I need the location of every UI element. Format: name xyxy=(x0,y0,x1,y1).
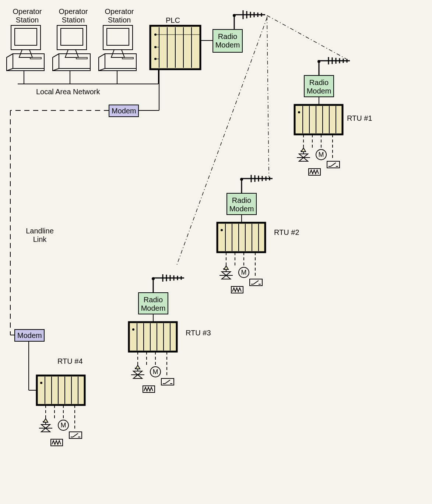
svg-marker-184 xyxy=(41,424,50,428)
landline-label: Landline Link xyxy=(23,227,56,244)
modem-bottom-label: Modem xyxy=(17,331,42,340)
operator-station-3 xyxy=(99,25,136,71)
modem-top-label: Modem xyxy=(112,107,136,115)
rtu1-radio-label: Radio Modem xyxy=(306,78,332,95)
rtu-3: M xyxy=(129,274,184,392)
svg-rect-17 xyxy=(107,28,129,45)
svg-point-100 xyxy=(240,178,243,181)
svg-marker-86 xyxy=(299,158,308,161)
svg-marker-158 xyxy=(133,375,142,378)
svg-point-80 xyxy=(298,111,300,113)
svg-line-6 xyxy=(7,54,13,57)
operator-station-1 xyxy=(7,25,44,71)
svg-marker-161 xyxy=(136,365,140,369)
svg-marker-186 xyxy=(43,419,48,422)
svg-point-37 xyxy=(154,58,157,60)
svg-point-152 xyxy=(132,328,134,331)
svg-marker-123 xyxy=(222,272,231,275)
svg-marker-183 xyxy=(41,428,50,432)
rtu-4: M xyxy=(37,376,85,446)
rtu3-label: RTU #3 xyxy=(186,329,211,337)
svg-marker-20 xyxy=(105,54,136,68)
svg-rect-1 xyxy=(15,28,37,45)
svg-line-54 xyxy=(267,15,346,59)
lan-label: Local Area Network xyxy=(36,88,100,96)
svg-line-131 xyxy=(253,281,259,284)
svg-rect-21 xyxy=(122,57,133,59)
svg-line-192 xyxy=(73,433,78,437)
rtu2-label: RTU #2 xyxy=(274,228,299,237)
valve-icon xyxy=(297,148,310,161)
svg-point-177 xyxy=(40,382,42,384)
svg-point-116 xyxy=(221,229,223,231)
plc-rack xyxy=(150,26,200,69)
svg-rect-5 xyxy=(30,57,41,59)
operator3-label: Operator Station xyxy=(101,7,138,24)
svg-line-14 xyxy=(53,54,59,57)
svg-point-64 xyxy=(317,60,320,63)
operator-station-2 xyxy=(53,25,90,71)
svg-marker-159 xyxy=(133,371,142,375)
svg-rect-145 xyxy=(129,322,177,352)
rtu4-label: RTU #4 xyxy=(57,357,83,366)
svg-text:M: M xyxy=(61,422,66,429)
svg-marker-4 xyxy=(13,54,44,68)
radio-modem-main-label: Radio Modem xyxy=(214,32,241,49)
svg-rect-0 xyxy=(11,25,41,50)
rtu1-label: RTU #1 xyxy=(347,114,372,123)
svg-line-55 xyxy=(267,17,269,177)
svg-marker-125 xyxy=(224,266,228,269)
rtu-2: M xyxy=(217,175,273,293)
svg-point-36 xyxy=(154,46,157,48)
svg-rect-109 xyxy=(217,223,265,252)
svg-rect-13 xyxy=(76,57,87,59)
svg-line-95 xyxy=(331,163,336,166)
switch-icon xyxy=(327,161,340,168)
svg-marker-122 xyxy=(222,275,231,279)
svg-rect-170 xyxy=(37,376,85,405)
svg-point-136 xyxy=(152,277,155,280)
operator2-label: Operator Station xyxy=(55,7,92,24)
rtu3-radio-label: Radio Modem xyxy=(140,296,166,313)
svg-rect-8 xyxy=(57,25,87,50)
svg-line-167 xyxy=(165,380,170,384)
svg-text:M: M xyxy=(241,269,247,276)
svg-point-35 xyxy=(154,34,157,36)
svg-marker-89 xyxy=(301,148,306,152)
svg-line-22 xyxy=(99,54,105,57)
svg-text:M: M xyxy=(153,368,158,376)
svg-marker-12 xyxy=(59,54,90,68)
motor-icon: M xyxy=(316,149,326,160)
plc-label: PLC xyxy=(166,16,180,25)
svg-rect-16 xyxy=(103,25,133,50)
operator1-label: Operator Station xyxy=(9,7,46,24)
rtu2-radio-label: Radio Modem xyxy=(228,196,255,213)
svg-text:M: M xyxy=(319,151,324,158)
rtu-1: M xyxy=(295,57,350,175)
svg-rect-9 xyxy=(61,28,83,45)
svg-marker-87 xyxy=(299,154,308,158)
svg-point-47 xyxy=(233,14,236,17)
heater-icon xyxy=(309,169,320,175)
svg-rect-73 xyxy=(295,105,343,134)
